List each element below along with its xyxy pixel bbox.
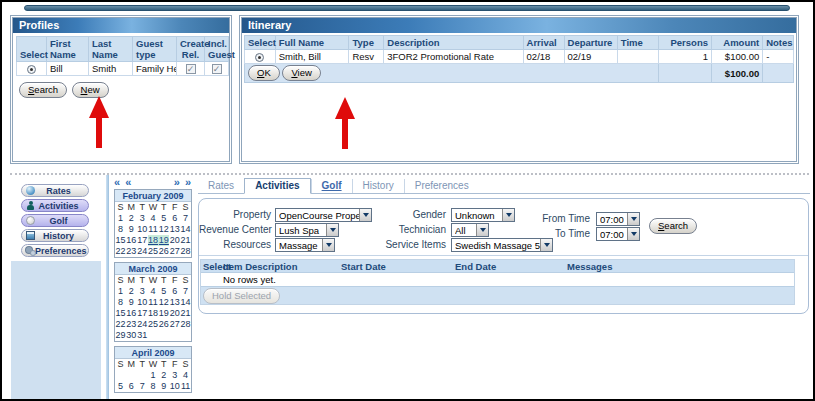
calendar-day[interactable]: 16	[126, 308, 137, 319]
calendar-day[interactable]: 20	[169, 308, 180, 319]
calendar-day[interactable]: 20	[169, 235, 180, 246]
sidebar-item-history[interactable]: History	[21, 229, 89, 242]
calendar-day[interactable]: 13	[169, 224, 180, 235]
calendar-prev-icon[interactable]: « «	[114, 176, 132, 189]
calendar-day[interactable]: 26	[158, 319, 169, 330]
calendar-day[interactable]: 7	[137, 381, 148, 392]
calendar-day[interactable]: 28	[180, 246, 191, 257]
calendar-day[interactable]: 4	[180, 370, 191, 381]
sidebar-item-activities[interactable]: Activities	[21, 199, 89, 212]
activities-search-button[interactable]: Search	[649, 218, 697, 234]
calendar-day[interactable]: 5	[158, 286, 169, 297]
hold-selected-button[interactable]: Hold Selected	[203, 288, 280, 304]
calendar-day[interactable]: 23	[126, 246, 137, 257]
collapsed-title-bar[interactable]	[24, 5, 790, 11]
calendar-day[interactable]: 6	[169, 286, 180, 297]
tab-rates[interactable]: Rates	[198, 179, 244, 193]
calendar-day[interactable]: 3	[137, 286, 148, 297]
chevron-down-icon[interactable]	[476, 224, 488, 236]
calendar-day[interactable]: 27	[169, 246, 180, 257]
calendar-day[interactable]: 9	[126, 297, 137, 308]
technician-select[interactable]: All	[451, 223, 489, 237]
calendar-day[interactable]: 4	[148, 286, 159, 297]
calendar-day[interactable]: 7	[180, 213, 191, 224]
calendar-day[interactable]: 15	[115, 235, 126, 246]
calendar-day[interactable]: 16	[126, 235, 137, 246]
tab-activities[interactable]: Activities	[244, 178, 310, 194]
calendar-day[interactable]: 29	[115, 330, 126, 341]
tab-preferences[interactable]: Preferences	[404, 179, 479, 193]
search-button[interactable]: Search	[19, 82, 67, 98]
calendar-day[interactable]: 17	[137, 235, 148, 246]
calendar-day[interactable]: 10	[137, 297, 148, 308]
revenue-center-select[interactable]: Lush Spa	[275, 223, 339, 237]
chevron-down-icon[interactable]	[502, 209, 514, 221]
profile-select-radio[interactable]	[27, 65, 36, 74]
calendar-day[interactable]: 17	[137, 308, 148, 319]
chevron-down-icon[interactable]	[326, 224, 338, 236]
calendar-day[interactable]: 25	[148, 246, 159, 257]
calendar-day[interactable]: 5	[115, 381, 126, 392]
view-button[interactable]: View	[282, 65, 320, 81]
calendar-day[interactable]: 27	[169, 319, 180, 330]
calendar-day[interactable]: 5	[158, 213, 169, 224]
sidebar-item-golf[interactable]: Golf	[21, 214, 89, 227]
calendar-day[interactable]: 24	[137, 246, 148, 257]
sidebar-item-rates[interactable]: Rates	[21, 184, 89, 197]
calendar-day[interactable]: 1	[148, 370, 159, 381]
calendar-day[interactable]: 30	[126, 330, 137, 341]
calendar-day[interactable]: 24	[137, 319, 148, 330]
calendar-day[interactable]: 11	[180, 381, 191, 392]
from-time-select[interactable]: 07:00	[596, 212, 640, 226]
calendar-day[interactable]: 9	[158, 381, 169, 392]
calendar-day[interactable]: 11	[148, 224, 159, 235]
calendar-day[interactable]: 2	[126, 286, 137, 297]
calendar-day[interactable]: 1	[115, 286, 126, 297]
calendar-day[interactable]: 23	[126, 319, 137, 330]
calendar-day[interactable]: 6	[169, 213, 180, 224]
calendar-day[interactable]: 4	[148, 213, 159, 224]
calendar-next-icon[interactable]: » »	[174, 176, 192, 189]
calendar-day[interactable]: 14	[180, 224, 191, 235]
chevron-down-icon[interactable]	[322, 239, 334, 251]
chevron-down-icon[interactable]	[359, 209, 371, 221]
calendar-day[interactable]: 18	[148, 235, 159, 246]
calendar-day[interactable]: 1	[115, 213, 126, 224]
incl-guest-checkbox[interactable]: ✓	[212, 64, 222, 74]
calendar-day[interactable]: 10	[137, 224, 148, 235]
calendar-day[interactable]: 10	[169, 381, 180, 392]
create-rel-checkbox[interactable]: ✓	[186, 64, 196, 74]
calendar-day[interactable]: 25	[148, 319, 159, 330]
calendar-day[interactable]: 15	[115, 308, 126, 319]
calendar-day[interactable]: 8	[115, 297, 126, 308]
calendar-day[interactable]: 18	[148, 308, 159, 319]
itinerary-select-radio[interactable]	[255, 53, 264, 62]
to-time-select[interactable]: 07:00	[596, 227, 640, 241]
calendar-day[interactable]: 22	[115, 246, 126, 257]
calendar-day[interactable]: 8	[115, 224, 126, 235]
calendar-day[interactable]: 2	[158, 370, 169, 381]
tab-history[interactable]: History	[352, 179, 404, 193]
calendar-day[interactable]: 12	[158, 297, 169, 308]
calendar-day[interactable]: 26	[158, 246, 169, 257]
calendar-day[interactable]: 2	[126, 213, 137, 224]
calendar-day[interactable]: 9	[126, 224, 137, 235]
calendar-day[interactable]: 21	[180, 235, 191, 246]
chevron-down-icon[interactable]	[627, 228, 639, 240]
calendar-day[interactable]: 7	[180, 286, 191, 297]
calendar-day[interactable]: 22	[115, 319, 126, 330]
gender-select[interactable]: Unknown	[451, 208, 515, 222]
calendar-day[interactable]: 28	[180, 319, 191, 330]
calendar-day[interactable]: 14	[180, 297, 191, 308]
calendar-day[interactable]: 19	[158, 308, 169, 319]
splitter-bar[interactable]	[106, 175, 109, 399]
ok-button[interactable]: OK	[248, 65, 280, 81]
chevron-down-icon[interactable]	[627, 213, 639, 225]
calendar-day[interactable]: 3	[169, 370, 180, 381]
calendar-day[interactable]: 8	[148, 381, 159, 392]
calendar-day[interactable]: 19	[158, 235, 169, 246]
resources-select[interactable]: Massage	[275, 238, 335, 252]
calendar-day[interactable]: 13	[169, 297, 180, 308]
calendar-day[interactable]: 21	[180, 308, 191, 319]
calendar-day[interactable]: 3	[137, 213, 148, 224]
